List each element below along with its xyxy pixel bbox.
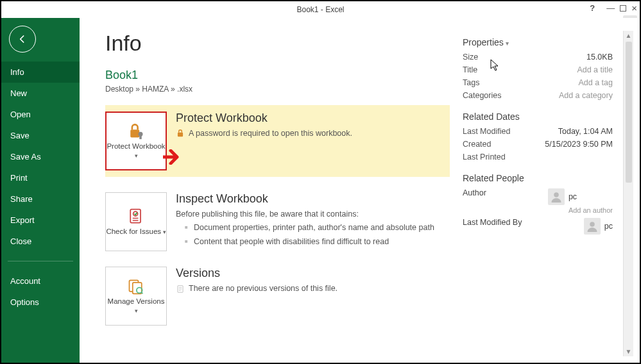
manage-versions-button[interactable]: Manage Versions (105, 267, 167, 326)
scroll-thumb[interactable] (626, 42, 632, 183)
window-controls: ? — × (590, 3, 637, 13)
scroll-down-icon[interactable]: ▼ (626, 347, 632, 356)
check-issues-button[interactable]: Check for Issues (105, 192, 167, 251)
svg-point-14 (590, 222, 595, 227)
sidebar-item-open[interactable]: Open (1, 104, 80, 125)
author-name: pc (568, 192, 577, 201)
versions-heading: Versions (176, 267, 450, 280)
file-name: Book1 (105, 69, 450, 82)
add-author-field[interactable]: Add an author (568, 206, 613, 214)
help-icon[interactable]: ? (590, 3, 595, 13)
sidebar-separator (8, 261, 73, 261)
properties-panel: Properties Size15.0KB TitleAdd a title T… (463, 31, 623, 356)
svg-rect-5 (139, 135, 142, 139)
properties-heading[interactable]: Properties (463, 37, 613, 47)
modified-by-name: pc (604, 222, 613, 231)
person-avatar-icon (548, 188, 565, 205)
lock-key-icon (127, 122, 145, 140)
sidebar-item-new[interactable]: New (1, 83, 80, 104)
vertical-scrollbar[interactable]: ▲ ▼ (623, 31, 633, 356)
prop-row-author: Author pc Add an author (463, 188, 613, 214)
sidebar-item-save[interactable]: Save (1, 125, 80, 146)
file-path-breadcrumb: Desktop » HAMZA » .xlsx (105, 85, 450, 94)
prop-row-modified-by: Last Modified By pc (463, 218, 613, 235)
svg-point-13 (554, 192, 559, 197)
restore-icon[interactable] (620, 5, 626, 12)
chevron-down-icon (135, 151, 138, 159)
svg-rect-6 (178, 133, 183, 136)
prop-row-size: Size15.0KB (463, 53, 613, 62)
prop-row-title: TitleAdd a title (463, 65, 613, 74)
sidebar-item-share[interactable]: Share (1, 188, 80, 210)
protect-heading: Protect Workbook (176, 112, 443, 125)
document-icon (176, 285, 185, 294)
related-people-heading: Related People (463, 173, 613, 183)
versions-msg: There are no previous versions of this f… (176, 284, 450, 294)
app-window: Book1 - Excel ? — × ▾ Info New Open Save… (0, 0, 641, 364)
sidebar-item-close[interactable]: Close (1, 231, 80, 252)
prop-row-tags: TagsAdd a tag (463, 78, 613, 87)
svg-rect-3 (130, 129, 139, 137)
sidebar-item-print[interactable]: Print (1, 167, 80, 188)
protect-message: A password is required to open this work… (189, 129, 352, 138)
list-item: Document properties, printer path, autho… (185, 222, 450, 234)
sidebar-item-export[interactable]: Export (1, 210, 80, 231)
inspect-icon (127, 207, 145, 225)
sidebar-item-account[interactable]: Account (1, 270, 80, 292)
protect-section: Protect Workbook Protect Workbook A pass… (105, 105, 450, 177)
page-title: Info (105, 31, 450, 56)
versions-tile-label: Manage Versions (106, 297, 166, 315)
callout-arrow-icon (163, 149, 184, 165)
prop-row-created: Created5/15/2023 9:50 PM (463, 140, 613, 149)
versions-icon (127, 277, 145, 295)
titlebar: Book1 - Excel ? — × (1, 1, 640, 18)
inspect-issues-list: Document properties, printer path, autho… (176, 222, 450, 247)
prop-row-last-modified: Last ModifiedToday, 1:04 AM (463, 127, 613, 136)
back-button[interactable] (9, 26, 36, 53)
scroll-up-icon[interactable]: ▲ (626, 31, 632, 40)
chevron-down-icon (135, 306, 138, 314)
sidebar-item-options[interactable]: Options (1, 292, 80, 313)
related-dates-heading: Related Dates (463, 112, 613, 122)
close-icon[interactable]: × (631, 3, 637, 13)
info-content: Info Book1 Desktop » HAMZA » .xlsx Prote… (105, 31, 463, 356)
prop-row-categories: CategoriesAdd a category (463, 91, 613, 100)
chevron-down-icon (161, 228, 166, 235)
inspect-sub: Before publishing this file, be aware th… (176, 210, 450, 219)
inspect-heading: Inspect Workbook (176, 192, 450, 206)
window-title: Book1 - Excel (296, 5, 344, 14)
protect-tile-label: Protect Workbook (107, 142, 166, 160)
lock-icon (176, 129, 185, 138)
versions-section: Manage Versions Versions There are no pr… (105, 267, 450, 326)
inspect-tile-label: Check for Issues (106, 228, 166, 236)
main-panel: Info Book1 Desktop » HAMZA » .xlsx Prote… (80, 18, 640, 363)
backstage-sidebar: Info New Open Save Save As Print Share E… (1, 18, 80, 363)
chevron-down-icon (504, 37, 509, 47)
minimize-icon[interactable]: — (606, 3, 615, 13)
inspect-section: Check for Issues Inspect Workbook Before… (105, 192, 450, 251)
person-avatar-icon (584, 218, 601, 235)
sidebar-item-info[interactable]: Info (1, 62, 80, 83)
list-item: Content that people with disabilities fi… (185, 236, 450, 248)
prop-row-last-printed: Last Printed (463, 153, 613, 161)
sidebar-item-save-as[interactable]: Save As (1, 146, 80, 167)
protect-workbook-button[interactable]: Protect Workbook (105, 112, 167, 170)
